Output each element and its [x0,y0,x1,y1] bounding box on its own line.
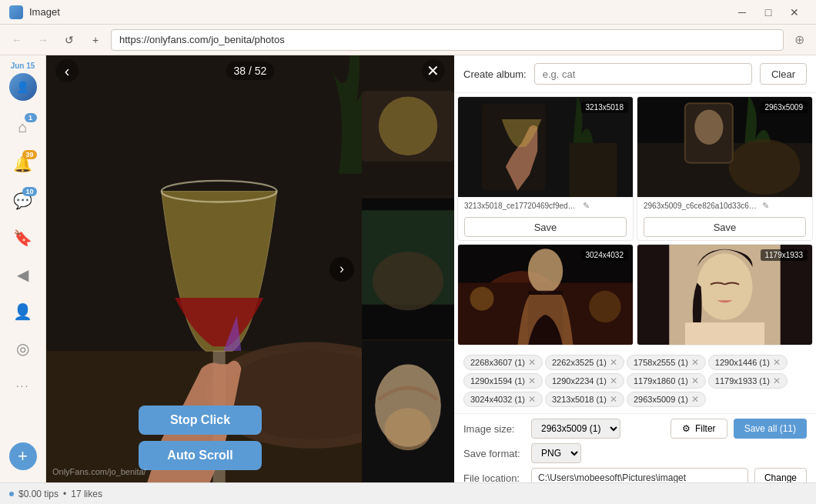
tag-remove-tag2[interactable]: ✕ [610,357,617,368]
save-button-2[interactable]: Save [644,217,806,237]
tag-tag1: 2268x3607 (1)✕ [463,355,543,370]
new-tab-button[interactable]: + [85,29,106,51]
forward-button[interactable]: → [32,29,54,51]
sidebar-item-more[interactable]: ··· [6,369,40,402]
filter-label: Filter [695,423,716,434]
svg-point-12 [373,252,443,311]
bookmark-icon-nav: 🔖 [13,229,32,247]
sidebar: Jun 15 👤 ⌂ 1 🔔 39 💬 10 🔖 ◀ 👤 ◎ ··· [0,55,46,482]
grid-dim-badge-1: 3213x5018 [581,102,629,113]
back-arrow-icon: ◀ [17,265,28,284]
tag-remove-tag10[interactable]: ✕ [610,394,617,405]
status-dot [9,492,14,496]
location-icon: ◎ [16,339,29,358]
file-location-row: File location: Change [463,468,807,482]
image-size-select[interactable]: 2963x5009 (1) [531,419,620,439]
minimize-button[interactable]: ─ [730,5,754,20]
filter-button[interactable]: ⚙ Filter [671,419,727,439]
file-path-input[interactable] [531,468,748,482]
grid-dim-badge-4: 1179x1933 [761,249,808,261]
album-input[interactable] [534,63,752,85]
sidebar-item-back[interactable]: ◀ [6,258,40,292]
viewer-back-button[interactable]: ‹ [55,59,79,82]
tag-tag3: 1758x2555 (1)✕ [627,355,706,370]
thumbnail-2[interactable] [362,199,454,340]
sidebar-item-profile[interactable]: 👤 [6,295,40,329]
tag-remove-tag8[interactable]: ✕ [773,375,781,386]
auto-scroll-button[interactable]: Auto Scroll [139,441,262,470]
clear-button[interactable]: Clear [760,63,807,85]
edit-icon-1[interactable]: ✎ [583,201,590,211]
tag-remove-tag1[interactable]: ✕ [528,357,536,368]
grid-filename-text-1: 3213x5018_ce17720469cf9ed0d0f9 [464,202,580,210]
tag-remove-tag6[interactable]: ✕ [610,375,617,386]
status-bar: $0.00 tips • 17 likes [0,482,816,504]
sidebar-item-notifications[interactable]: 🔔 39 [6,147,40,181]
viewer-next-button[interactable]: › [329,257,354,282]
grid-image-3[interactable]: 3024x4032 [458,245,633,345]
tag-remove-tag9[interactable]: ✕ [528,394,536,405]
tag-remove-tag11[interactable]: ✕ [691,394,699,405]
viewer-close-button[interactable]: ✕ [422,59,445,82]
change-button[interactable]: Change [754,468,807,482]
bookmark-icon[interactable]: ⊕ [788,29,810,51]
tips-text: $0.00 tips [18,489,59,499]
grid-dim-badge-2: 2963x5009 [761,102,808,113]
sidebar-item-location[interactable]: ◎ [6,332,40,365]
tag-tag2: 2262x3525 (1)✕ [545,355,624,370]
svg-rect-35 [685,322,764,345]
save-button-1[interactable]: Save [464,217,627,237]
sidebar-item-bookmarks[interactable]: 🔖 [6,221,40,255]
tag-label: 3024x4032 (1) [470,395,525,404]
svg-point-25 [694,110,723,145]
save-format-row: Save format: PNG [463,443,807,463]
sidebar-item-messages[interactable]: 💬 10 [6,184,40,218]
grid-image-2[interactable]: 2963x5009 [637,97,812,197]
thumbnail-3[interactable] [362,341,454,482]
tag-label: 1758x2555 (1) [634,358,688,367]
sidebar-item-home[interactable]: ⌂ 1 [6,110,40,144]
maximize-button[interactable]: □ [756,5,781,20]
app-title: Imaget [29,6,724,18]
back-button[interactable]: ← [6,29,28,51]
sliders-icon: ⚙ [682,423,691,434]
tag-label: 1290x2234 (1) [552,376,607,386]
tag-remove-tag4[interactable]: ✕ [773,357,781,368]
sidebar-date: Jun 15 [9,62,37,70]
edit-icon-2[interactable]: ✎ [762,201,769,211]
stop-click-button[interactable]: Stop Click [139,406,262,435]
svg-point-23 [729,139,801,195]
add-button[interactable]: + [9,442,37,470]
tag-remove-tag3[interactable]: ✕ [691,357,699,368]
svg-point-34 [697,253,752,320]
tag-tag9: 3024x4032 (1)✕ [463,392,543,407]
grid-filename-2: 2963x5009_c6ce826a10d33c69605: ✎ [637,197,812,214]
tag-tag6: 1290x2234 (1)✕ [545,373,624,389]
refresh-button[interactable]: ↺ [59,29,80,51]
grid-image-4[interactable]: 1179x1933 [637,245,812,345]
right-panel: Create album: Clear [454,55,816,482]
tag-tag7: 1179x1860 (1)✕ [627,373,706,389]
tag-remove-tag5[interactable]: ✕ [528,375,536,386]
tag-remove-tag7[interactable]: ✕ [691,375,699,386]
thumbnail-strip [362,55,454,482]
grid-image-1[interactable]: 3213x5018 [458,97,633,197]
grid-cell-2: 2963x5009 2963x5009_c6ce826a10d33c69605:… [637,96,813,241]
svg-point-17 [384,409,431,451]
grid-filename-1: 3213x5018_ce17720469cf9ed0d0f9 ✎ [458,197,633,214]
watermark-text: OnlyFans.com/jo_benita/ [52,467,146,476]
create-album-label: Create album: [463,68,527,80]
separator: • [63,489,66,499]
viewer-header: ‹ 38 / 52 ✕ [46,55,454,86]
tags-area: 2268x3607 (1)✕2262x3525 (1)✕1758x2555 (1… [454,349,816,413]
close-button[interactable]: ✕ [782,5,807,20]
save-all-button[interactable]: Save all (11) [734,419,807,439]
image-size-row: Image size: 2963x5009 (1) ⚙ Filter Save … [463,419,807,439]
save-format-label: Save format: [463,448,525,459]
sidebar-avatar: 👤 [9,73,37,101]
svg-point-31 [589,291,620,322]
create-album-row: Create album: Clear [454,55,816,93]
url-input[interactable] [111,29,784,51]
tag-tag5: 1290x1594 (1)✕ [463,373,543,389]
format-select[interactable]: PNG [531,443,581,463]
